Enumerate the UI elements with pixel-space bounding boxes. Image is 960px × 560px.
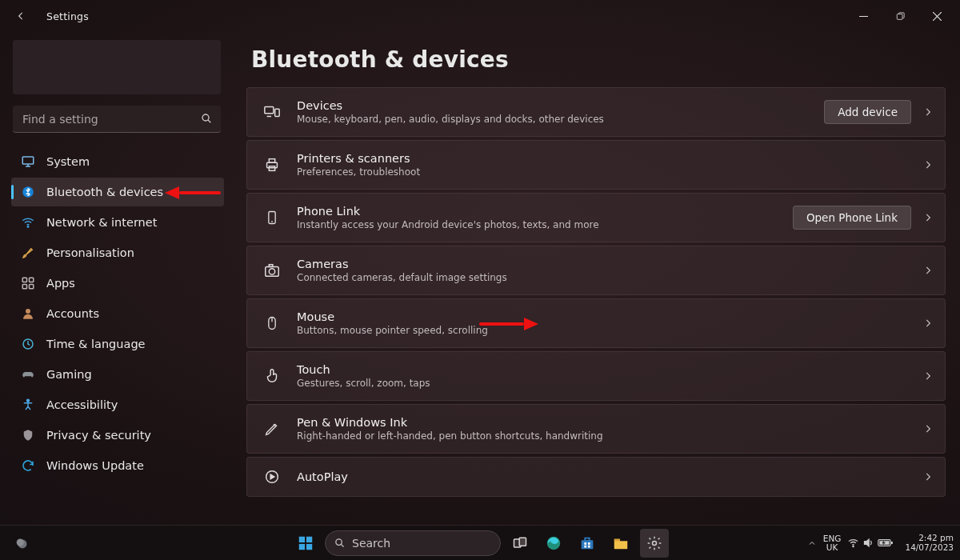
card-list: DevicesMouse, keyboard, pen, audio, disp… — [246, 87, 946, 497]
clock[interactable]: 2:42 pm14/07/2023 — [905, 534, 954, 552]
search-input[interactable] — [13, 106, 221, 133]
accessibility-icon — [21, 398, 35, 412]
svg-rect-12 — [30, 278, 34, 282]
svg-rect-46 — [588, 542, 590, 545]
minimize-button[interactable] — [845, 3, 882, 29]
sidebar-item-apps[interactable]: Apps — [11, 269, 224, 298]
svg-rect-49 — [614, 538, 620, 541]
back-button[interactable] — [11, 6, 30, 26]
sidebar-item-gaming[interactable]: Gaming — [11, 360, 224, 389]
settings-taskbar-icon[interactable] — [640, 529, 669, 558]
svg-rect-13 — [22, 285, 26, 289]
weather-widget[interactable] — [8, 529, 37, 558]
sidebar-item-label: Personalisation — [46, 246, 134, 259]
taskbar-search[interactable]: Search — [325, 530, 501, 556]
explorer-icon[interactable] — [606, 529, 635, 558]
sidebar-item-network[interactable]: Network & internet — [11, 208, 224, 237]
sidebar-item-bluetooth-devices[interactable]: Bluetooth & devices — [11, 178, 224, 206]
chevron-right-icon — [922, 370, 934, 382]
svg-rect-53 — [891, 542, 893, 544]
svg-rect-11 — [22, 278, 26, 282]
sidebar-item-label: Time & language — [46, 338, 146, 350]
chevron-right-icon — [922, 212, 934, 223]
card-title: Touch — [297, 363, 922, 376]
mouse-icon — [262, 314, 282, 332]
sidebar-item-time-language[interactable]: Time & language — [11, 330, 224, 358]
shield-icon — [21, 428, 35, 442]
camera-icon — [262, 262, 282, 279]
sidebar-item-accounts[interactable]: Accounts — [11, 299, 224, 328]
sidebar-item-label: Windows Update — [46, 459, 144, 472]
card-cameras[interactable]: CamerasConnected cameras, default image … — [246, 246, 946, 295]
sidebar-item-label: Bluetooth & devices — [46, 186, 163, 198]
card-title: AutoPlay — [297, 470, 922, 483]
paintbrush-icon — [21, 246, 35, 260]
sidebar-item-label: Accounts — [46, 307, 99, 320]
chevron-right-icon — [922, 423, 934, 434]
svg-point-15 — [26, 309, 30, 314]
gamepad-icon — [21, 367, 35, 382]
pen-icon — [262, 420, 282, 438]
sidebar: System Bluetooth & devices Network & int… — [0, 32, 232, 525]
titlebar: Settings — [0, 0, 960, 32]
sidebar-item-privacy[interactable]: Privacy & security — [11, 421, 224, 450]
card-devices[interactable]: DevicesMouse, keyboard, pen, audio, disp… — [246, 87, 946, 137]
sidebar-item-personalisation[interactable]: Personalisation — [11, 238, 224, 267]
task-view-button[interactable] — [506, 529, 534, 558]
sidebar-item-system[interactable]: System — [11, 147, 224, 176]
svg-rect-6 — [22, 157, 34, 164]
chevron-right-icon — [922, 265, 934, 276]
svg-line-5 — [208, 120, 210, 122]
search-icon — [334, 537, 346, 549]
sidebar-item-accessibility[interactable]: Accessibility — [11, 390, 224, 419]
sidebar-item-label: Gaming — [46, 368, 92, 381]
globe-clock-icon — [21, 337, 35, 351]
display-icon — [21, 154, 35, 169]
battery-icon[interactable] — [878, 538, 894, 548]
chevron-up-icon[interactable] — [807, 538, 817, 548]
nav-list: System Bluetooth & devices Network & int… — [11, 147, 224, 480]
card-pen-ink[interactable]: Pen & Windows InkRight-handed or left-ha… — [246, 404, 946, 454]
card-printers-scanners[interactable]: Printers & scannersPreferences, troubles… — [246, 140, 946, 190]
svg-rect-35 — [306, 536, 312, 542]
store-icon[interactable] — [573, 529, 602, 558]
wifi-icon[interactable] — [847, 537, 859, 549]
card-autoplay[interactable]: AutoPlay — [246, 457, 946, 497]
touch-icon — [262, 367, 282, 385]
wifi-icon — [21, 215, 35, 230]
svg-rect-48 — [588, 545, 590, 547]
printer-icon — [262, 156, 282, 174]
devices-icon — [262, 103, 282, 121]
svg-rect-36 — [299, 543, 305, 549]
card-subtitle: Instantly access your Android device's p… — [297, 219, 793, 230]
edge-icon[interactable] — [539, 529, 568, 558]
close-button[interactable] — [918, 3, 955, 29]
card-touch[interactable]: TouchGestures, scroll, zoom, taps — [246, 351, 946, 401]
update-icon — [21, 458, 35, 473]
system-tray[interactable]: ENGUK 2:42 pm14/07/2023 — [807, 534, 954, 552]
svg-line-39 — [341, 544, 343, 546]
add-device-button[interactable]: Add device — [824, 100, 911, 124]
maximize-button[interactable] — [882, 3, 918, 29]
autoplay-icon — [262, 468, 282, 486]
svg-rect-23 — [269, 166, 274, 171]
svg-rect-41 — [519, 538, 526, 546]
card-mouse[interactable]: MouseButtons, mouse pointer speed, scrol… — [246, 298, 946, 348]
svg-rect-19 — [275, 109, 280, 116]
profile-card[interactable] — [13, 40, 221, 94]
open-phone-link-button[interactable]: Open Phone Link — [793, 206, 911, 230]
card-subtitle: Preferences, troubleshoot — [297, 166, 922, 178]
svg-rect-14 — [30, 285, 34, 289]
volume-icon[interactable] — [862, 537, 874, 549]
card-title: Phone Link — [297, 205, 793, 218]
sidebar-item-windows-update[interactable]: Windows Update — [11, 451, 224, 480]
start-button[interactable] — [291, 529, 320, 558]
svg-point-51 — [853, 546, 854, 546]
svg-rect-1 — [897, 14, 902, 19]
card-phone-link[interactable]: Phone LinkInstantly access your Android … — [246, 193, 946, 242]
card-title: Mouse — [297, 310, 922, 323]
bluetooth-icon — [21, 185, 35, 199]
page-title: Bluetooth & devices — [251, 46, 946, 73]
language-indicator[interactable]: ENGUK — [823, 534, 842, 551]
svg-rect-45 — [584, 542, 586, 545]
